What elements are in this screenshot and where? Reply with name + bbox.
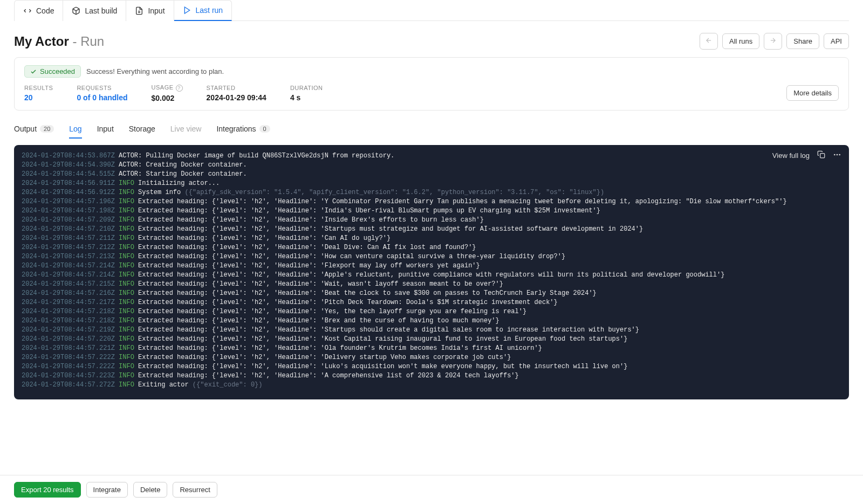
share-button[interactable]: Share [786, 33, 819, 49]
log-line: 2024-01-29T08:44:57.209Z INFO Extracted … [22, 216, 841, 225]
log-line: 2024-01-29T08:44:57.214Z INFO Extracted … [22, 261, 841, 271]
sub-tab-label: Storage [129, 125, 155, 133]
log-line: 2024-01-29T08:44:57.198Z INFO Extracted … [22, 206, 841, 216]
top-tab-code[interactable]: Code [14, 0, 63, 21]
arrow-right-icon [769, 37, 777, 44]
stat-label-requests: REQUESTS [77, 85, 127, 91]
log-line: 2024-01-29T08:44:57.212Z INFO Extracted … [22, 243, 841, 252]
svg-point-8 [837, 154, 838, 155]
check-icon [30, 68, 37, 75]
top-tab-label: Last run [196, 6, 223, 15]
log-line: 2024-01-29T08:44:57.220Z INFO Extracted … [22, 335, 841, 344]
log-line: 2024-01-29T08:44:57.272Z INFO Exiting ac… [22, 381, 841, 390]
sub-tab-live-view[interactable]: Live view [170, 120, 202, 139]
top-tab-last-build[interactable]: Last build [63, 0, 126, 21]
svg-point-7 [834, 154, 835, 155]
more-horizontal-icon [833, 150, 841, 159]
log-line: 2024-01-29T08:44:57.214Z INFO Extracted … [22, 271, 841, 280]
top-tabs: Code Last build Input Last run [14, 0, 849, 21]
file-icon [135, 6, 143, 15]
more-details-button[interactable]: More details [786, 85, 839, 101]
stat-label-results: RESULTS [24, 85, 53, 91]
next-run-button[interactable] [764, 33, 782, 50]
top-tab-label: Last build [85, 6, 117, 15]
stat-label-usage: USAGE? [152, 84, 183, 92]
log-line: 2024-01-29T08:44:57.221Z INFO Extracted … [22, 344, 841, 353]
arrow-left-icon [705, 37, 713, 44]
api-button[interactable]: API [824, 33, 849, 49]
top-tab-input[interactable]: Input [126, 0, 174, 21]
log-line: 2024-01-29T08:44:57.218Z INFO Extracted … [22, 307, 841, 316]
log-line: 2024-01-29T08:44:57.218Z INFO Extracted … [22, 316, 841, 326]
view-full-log-link[interactable]: View full log [772, 151, 810, 161]
sub-tab-label: Output [14, 125, 37, 133]
copy-log-button[interactable] [817, 150, 825, 161]
help-icon[interactable]: ? [176, 85, 183, 92]
log-line: 2024-01-29T08:44:56.911Z INFO Initializi… [22, 179, 841, 188]
stat-value-requests[interactable]: 0 of 0 handled [77, 93, 127, 102]
log-line: 2024-01-29T08:44:57.215Z INFO Extracted … [22, 280, 841, 289]
log-line: 2024-01-29T08:44:57.219Z INFO Extracted … [22, 326, 841, 335]
log-line: 2024-01-29T08:44:54.390Z ACTOR: Creating… [22, 161, 841, 170]
log-line: 2024-01-29T08:44:57.211Z INFO Extracted … [22, 234, 841, 243]
stat-label-started: STARTED [207, 85, 266, 91]
svg-rect-6 [820, 154, 825, 158]
stat-value-started: 2024-01-29 09:44 [207, 93, 266, 102]
log-line: 2024-01-29T08:44:54.515Z ACTOR: Starting… [22, 170, 841, 179]
sub-tab-label: Log [69, 125, 81, 133]
status-badge-text: Succeeded [40, 67, 75, 75]
log-line: 2024-01-29T08:44:57.210Z INFO Extracted … [22, 225, 841, 234]
status-badge: Succeeded [24, 65, 81, 78]
stat-value-duration: 4 s [290, 93, 323, 102]
stat-value-results[interactable]: 20 [24, 93, 53, 102]
output-count-pill: 20 [40, 125, 54, 133]
log-line: 2024-01-29T08:44:57.222Z INFO Extracted … [22, 353, 841, 362]
top-tab-label: Input [148, 6, 165, 15]
sub-tab-log[interactable]: Log [69, 120, 81, 139]
sub-tab-label: Input [97, 125, 114, 133]
all-runs-button[interactable]: All runs [722, 33, 759, 49]
play-icon [183, 6, 191, 15]
integrations-count-pill: 0 [259, 125, 270, 133]
run-sub-tabs: Output 20 Log Input Storage Live view In… [14, 120, 849, 139]
top-tab-label: Code [36, 6, 54, 15]
log-more-button[interactable] [833, 150, 841, 162]
sub-tab-storage[interactable]: Storage [129, 120, 155, 139]
sub-tab-integrations[interactable]: Integrations 0 [216, 120, 270, 139]
svg-marker-3 [184, 7, 189, 13]
copy-icon [817, 150, 825, 158]
sub-tab-label: Integrations [216, 125, 256, 133]
log-line: 2024-01-29T08:44:57.196Z INFO Extracted … [22, 197, 841, 206]
sub-tab-input[interactable]: Input [97, 120, 114, 139]
prev-run-button[interactable] [700, 33, 718, 50]
log-line: 2024-01-29T08:44:53.867Z ACTOR: Pulling … [22, 151, 841, 161]
svg-point-9 [839, 154, 840, 155]
log-line: 2024-01-29T08:44:57.223Z INFO Extracted … [22, 371, 841, 381]
stat-value-usage: $0.002 [152, 94, 183, 102]
log-line: 2024-01-29T08:44:57.213Z INFO Extracted … [22, 252, 841, 261]
page-subtitle: Run [80, 34, 104, 49]
stat-label-duration: DURATION [290, 85, 323, 91]
page-title: My Actor - Run [14, 34, 104, 49]
cube-icon [72, 6, 80, 15]
actor-name: My Actor [14, 34, 69, 49]
log-line: 2024-01-29T08:44:57.216Z INFO Extracted … [22, 289, 841, 298]
status-message: Success! Everything went according to pl… [86, 67, 224, 75]
run-status-panel: Succeeded Success! Everything went accor… [14, 57, 849, 111]
sub-tab-label: Live view [170, 125, 202, 133]
log-line: 2024-01-29T08:44:57.222Z INFO Extracted … [22, 362, 841, 371]
code-icon [23, 6, 32, 15]
log-line: 2024-01-29T08:44:57.217Z INFO Extracted … [22, 298, 841, 307]
top-tab-last-run[interactable]: Last run [174, 0, 232, 21]
log-viewer: View full log 2024-01-29T08:44:53.867Z A… [14, 145, 849, 400]
sub-tab-output[interactable]: Output 20 [14, 120, 54, 139]
log-line: 2024-01-29T08:44:56.912Z INFO System inf… [22, 188, 841, 197]
